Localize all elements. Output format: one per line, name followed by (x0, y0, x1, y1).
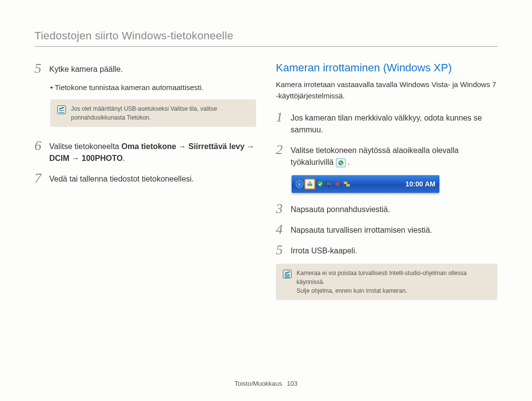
step-number: 6 (34, 139, 44, 153)
bullet-prefix: • (50, 83, 55, 92)
safely-remove-icon (336, 158, 346, 167)
svg-rect-3 (328, 186, 330, 187)
step-6: 6 Valitse tietokoneelta Oma tietokone → … (34, 139, 256, 164)
note2-line2: Sulje ohjelma, ennen kuin irrotat kamera… (297, 286, 491, 295)
monitor-icon[interactable] (325, 180, 333, 188)
step-text: Vedä tai tallenna tiedostot tietokoneell… (49, 171, 194, 185)
note-bold-2: Tietokon (127, 114, 149, 121)
safely-remove-icon[interactable] (304, 179, 315, 189)
left-column: 5 Kytke kamera päälle. • Tietokone tunni… (34, 62, 256, 300)
step-text: Irrota USB-kaapeli. (291, 243, 357, 257)
tray-expand-icon[interactable]: ‹ (296, 180, 303, 188)
page-footer: Toisto/Muokkaus 103 (0, 380, 532, 387)
note-suffix: . (149, 114, 151, 121)
footer-section: Toisto/Muokkaus (234, 380, 282, 387)
section-subtitle: Kamera irrotetaan vastaavalla tavalla Wi… (276, 79, 498, 101)
step-text: Valitse tietokoneen näytössä alaoikealla… (291, 143, 498, 168)
note-bold-1: Valitse tila (170, 105, 197, 112)
step-number: 2 (276, 143, 286, 156)
header-rule (34, 46, 498, 47)
note-text: Kameraa ei voi poistaa turvallisesti Int… (297, 269, 491, 295)
shield-icon[interactable] (316, 180, 324, 188)
step-5-bullet: • Tietokone tunnistaa kameran automaatti… (50, 82, 256, 93)
page-header-title: Tiedostojen siirto Windows-tietokoneelle (34, 30, 498, 42)
svg-rect-4 (344, 182, 347, 184)
step6-suffix: . (123, 154, 125, 162)
taskbar-figure: ‹ 10:00 AM (292, 175, 498, 193)
step-text: Napsauta turvallisen irrottamisen viesti… (291, 222, 432, 236)
step-r5: 5 Irrota USB-kaapeli. (276, 243, 498, 257)
step-text: Kytke kamera päälle. (49, 62, 123, 75)
step2-prefix: Valitse tietokoneen näytössä alaoikealla… (291, 146, 459, 166)
note-prefix: Jos olet määrittänyt USB-asetukseksi (71, 105, 170, 112)
step-r3: 3 Napsauta ponnahdusviestiä. (276, 202, 498, 216)
network-icon[interactable] (343, 180, 351, 188)
step-number: 5 (276, 243, 286, 257)
step-number: 1 (276, 110, 286, 124)
svg-rect-5 (346, 184, 350, 186)
note2-line1: Kameraa ei voi poistaa turvallisesti Int… (297, 269, 491, 286)
step-number: 4 (276, 222, 286, 236)
step-text: Napsauta ponnahdusviestiä. (291, 202, 390, 216)
step-r2: 2 Valitse tietokoneen näytössä alaoikeal… (276, 143, 498, 168)
step-number: 3 (276, 202, 286, 216)
step-r4: 4 Napsauta turvallisen irrottamisen vies… (276, 222, 498, 236)
bullet-text: Tietokone tunnistaa kameran automaattise… (55, 83, 203, 92)
note-box-usb: Jos olet määrittänyt USB-asetukseksi Val… (50, 99, 256, 127)
note-box-intelli: Kameraa ei voi poistaa turvallisesti Int… (276, 264, 498, 300)
content-columns: 5 Kytke kamera päälle. • Tietokone tunni… (34, 62, 498, 300)
right-column: Kameran irrottaminen (Windows XP) Kamera… (276, 62, 498, 300)
note-icon (283, 270, 292, 278)
step-7: 7 Vedä tai tallenna tiedostot tietokonee… (34, 171, 256, 185)
note-text: Jos olet määrittänyt USB-asetukseksi Val… (71, 104, 249, 122)
windows-xp-taskbar: ‹ 10:00 AM (292, 175, 439, 193)
step-number: 7 (34, 171, 44, 185)
step6-prefix: Valitse tietokoneelta (49, 142, 121, 151)
step-text: Jos kameran tilan merkkivalo välkkyy, od… (291, 110, 498, 136)
step-text: Valitse tietokoneelta Oma tietokone → Si… (49, 139, 256, 164)
step-number: 5 (34, 62, 44, 75)
step2-suffix: . (348, 158, 350, 166)
section-title: Kameran irrottaminen (Windows XP) (276, 62, 498, 74)
footer-page-number: 103 (287, 380, 298, 387)
note-icon (57, 105, 66, 114)
svg-rect-2 (326, 182, 332, 185)
volume-icon[interactable] (334, 180, 342, 188)
step-r1: 1 Jos kameran tilan merkkivalo välkkyy, … (276, 110, 498, 136)
taskbar-clock: 10:00 AM (405, 180, 435, 188)
svg-rect-1 (307, 184, 312, 186)
step-5: 5 Kytke kamera päälle. (34, 62, 256, 75)
